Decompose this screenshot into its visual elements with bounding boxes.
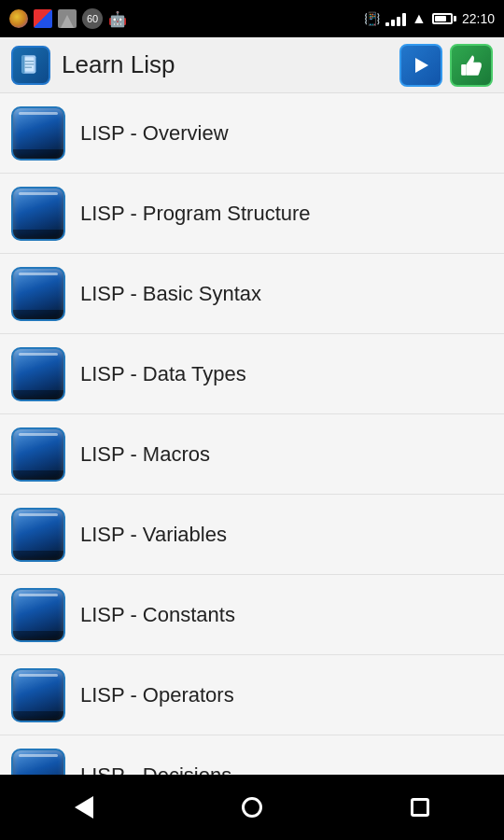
swirl-icon [9, 9, 28, 28]
list-item-icon [11, 347, 65, 401]
list-item[interactable]: LISP - Operators [0, 655, 504, 735]
mountain-icon [58, 9, 77, 28]
app-icon [11, 46, 50, 85]
list-item-icon [11, 508, 65, 562]
list-item[interactable]: LISP - Variables [0, 495, 504, 575]
status-bar: 60 🤖 📳 ▲ 22:10 [0, 0, 504, 37]
list-item-label: LISP - Program Structure [80, 202, 311, 226]
home-icon [242, 797, 262, 818]
back-icon [75, 796, 93, 819]
android-icon: 🤖 [108, 9, 127, 28]
thumbsup-button[interactable] [450, 44, 493, 87]
svg-rect-7 [461, 63, 466, 75]
list-item-icon [11, 668, 65, 722]
list-item-label: LISP - Macros [80, 442, 210, 467]
nav-recents-button[interactable] [392, 779, 448, 835]
svg-rect-2 [21, 55, 24, 73]
vibrate-icon: 📳 [363, 10, 380, 27]
recents-icon [411, 798, 429, 817]
battery-icon [432, 13, 456, 24]
toolbar-title: Learn Lisp [62, 50, 399, 79]
nav-back-button[interactable] [56, 779, 112, 835]
status-bar-left-icons: 60 🤖 [9, 8, 127, 29]
svg-marker-6 [415, 58, 428, 73]
list-item-icon [11, 427, 65, 482]
toolbar-actions [399, 44, 493, 87]
list-container: LISP - OverviewLISP - Program StructureL… [0, 93, 504, 775]
list-item[interactable]: LISP - Program Structure [0, 174, 504, 254]
list-item[interactable]: LISP - Decisions [0, 735, 504, 775]
list-item-icon [11, 749, 65, 776]
rb-icon [34, 9, 52, 28]
list-item[interactable]: LISP - Basic Syntax [0, 254, 504, 334]
play-button[interactable] [399, 44, 442, 87]
status-time: 22:10 [462, 11, 495, 26]
list-item-icon [11, 588, 65, 642]
list-item[interactable]: LISP - Macros [0, 414, 504, 495]
status-bar-right-icons: 📳 ▲ 22:10 [363, 10, 495, 27]
wifi-icon: ▲ [412, 10, 427, 27]
list-item-label: LISP - Data Types [80, 362, 246, 386]
toolbar: Learn Lisp [0, 37, 504, 93]
list-item-label: LISP - Variables [80, 523, 227, 547]
list-item[interactable]: LISP - Constants [0, 575, 504, 655]
signal-icon [385, 11, 406, 26]
list-item-label: LISP - Decisions [80, 763, 231, 776]
list-item-label: LISP - Basic Syntax [80, 282, 261, 306]
list-item[interactable]: LISP - Data Types [0, 334, 504, 414]
list-item-label: LISP - Operators [80, 683, 234, 707]
list-item-label: LISP - Constants [80, 603, 235, 627]
list-item-icon [11, 267, 65, 321]
circle-num-icon: 60 [82, 8, 103, 29]
list-item-label: LISP - Overview [80, 121, 229, 146]
nav-bar [0, 775, 504, 840]
list-item-icon [11, 187, 65, 241]
nav-home-button[interactable] [224, 779, 280, 835]
list-item-icon [11, 106, 65, 161]
list-item[interactable]: LISP - Overview [0, 93, 504, 174]
